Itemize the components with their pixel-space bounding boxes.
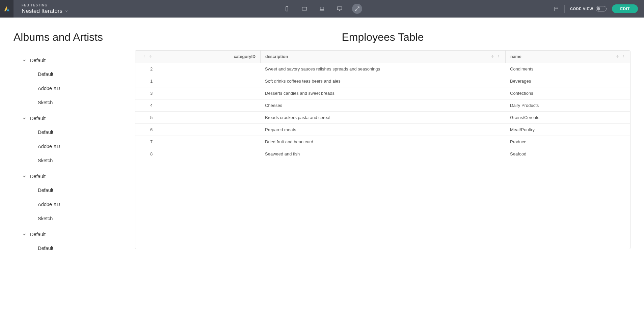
cell-description: Seaweed and fish [260,148,505,160]
cell-name: Grains/Cereals [505,112,630,123]
device-tablet-landscape-button[interactable] [299,4,310,14]
kebab-icon[interactable] [497,55,501,59]
arrow-up-icon[interactable] [148,55,152,59]
chevron-down-icon [22,58,27,63]
column-label-categoryid: categoryID [152,54,256,59]
table-row[interactable]: 1Soft drinks coffees teas beers and ales… [135,75,630,87]
tree-child[interactable]: Default [14,241,125,255]
left-pane: Albums and Artists DefaultDefaultAdobe X… [0,18,132,317]
title-area: FEB TESTING Nested Iterators [14,1,69,17]
column-header-name[interactable]: name [505,51,630,63]
table-row[interactable]: 8Seaweed and fishSeafood [135,148,630,160]
svg-point-20 [623,56,623,57]
column-header-description[interactable]: description [260,51,505,63]
tree-child[interactable]: Default [14,67,125,81]
logo[interactable] [0,0,14,18]
kebab-icon[interactable] [621,55,625,59]
tree-child[interactable]: Sketch [14,153,125,168]
cell-description: Desserts candies and sweet breads [260,87,505,99]
svg-rect-5 [337,7,342,10]
tree-child[interactable]: Default [14,183,125,197]
column-label-description: description [265,54,488,59]
tree-child[interactable]: Default [14,125,125,139]
edit-button[interactable]: EDIT [612,4,638,13]
table-row[interactable]: 6Prepared meatsMeat/Poultry [135,124,630,136]
separator [564,5,565,13]
tablet-landscape-icon [301,6,307,12]
svg-line-9 [355,9,357,11]
cell-categoryid: 6 [135,124,260,136]
cell-description: Breads crackers pasta and cereal [260,112,505,123]
main-canvas: Albums and Artists DefaultDefaultAdobe X… [0,18,644,317]
tree-child[interactable]: Adobe XD [14,81,125,95]
table-row[interactable]: 3Desserts candies and sweet breadsConfec… [135,87,630,99]
table-row[interactable]: 5Breads crackers pasta and cerealGrains/… [135,112,630,124]
device-switcher [282,4,362,14]
tree-parent[interactable]: Default [14,54,125,67]
tree-parent[interactable]: Default [14,112,125,125]
code-view-toggle[interactable]: CODE VIEW [570,6,607,11]
svg-point-19 [623,55,623,56]
tree-parent[interactable]: Default [14,228,125,241]
left-heading: Albums and Artists [14,31,125,44]
device-phone-button[interactable] [282,4,292,14]
arrow-up-icon[interactable] [615,55,619,59]
tree-parent-label: Default [30,116,46,121]
cell-categoryid: 7 [135,136,260,148]
flag-icon [554,6,559,11]
table-row[interactable]: 2Sweet and savory sauces relishes spread… [135,63,630,75]
tree-child[interactable]: Adobe XD [14,197,125,211]
device-fullscreen-button[interactable] [352,4,362,14]
svg-point-11 [144,56,144,57]
phone-icon [284,6,290,12]
svg-point-12 [144,58,144,58]
cell-categoryid: 1 [135,75,260,87]
svg-point-10 [144,55,144,56]
device-laptop-button[interactable] [317,4,327,14]
expand-icon [354,6,360,12]
cell-categoryid: 5 [135,112,260,123]
flag-button[interactable] [554,6,559,11]
table-row[interactable]: 4CheesesDairy Products [135,99,630,112]
svg-rect-2 [302,7,307,10]
cell-description: Sweet and savory sauces relishes spreads… [260,63,505,75]
chevron-down-icon [22,116,27,121]
topbar-right: CODE VIEW EDIT [554,4,644,13]
cell-categoryid: 2 [135,63,260,75]
svg-rect-3 [320,7,324,10]
code-view-label: CODE VIEW [570,7,593,11]
right-pane: Employees Table categoryID description n… [132,18,644,317]
cell-description: Dried fruit and bean curd [260,136,505,148]
right-heading: Employees Table [135,31,630,44]
svg-point-17 [498,58,499,58]
kebab-icon[interactable] [142,55,146,59]
cell-name: Seafood [505,148,630,160]
chevron-down-icon [22,232,27,237]
cell-name: Confections [505,87,630,99]
table-row[interactable]: 7Dried fruit and bean curdProduce [135,136,630,148]
page-title: Nested Iterators [22,8,62,15]
tree-parent-label: Default [30,58,46,63]
laptop-icon [319,6,325,12]
column-header-categoryid[interactable]: categoryID [135,51,260,63]
tree-child[interactable]: Adobe XD [14,139,125,153]
table-body: 2Sweet and savory sauces relishes spread… [135,63,630,160]
chevron-down-icon [64,9,69,13]
chevron-down-icon [22,174,27,179]
svg-line-8 [357,7,359,8]
arrow-up-icon[interactable] [490,55,494,59]
svg-point-16 [498,56,499,57]
cell-name: Dairy Products [505,99,630,111]
cell-name: Produce [505,136,630,148]
cell-description: Prepared meats [260,124,505,136]
cell-name: Meat/Poultry [505,124,630,136]
workspace-label: FEB TESTING [22,3,69,7]
tree-child[interactable]: Sketch [14,211,125,226]
page-title-dropdown[interactable]: Nested Iterators [22,8,69,15]
cell-categoryid: 3 [135,87,260,99]
tree-child[interactable]: Sketch [14,95,125,110]
tree-parent[interactable]: Default [14,170,125,183]
topbar: FEB TESTING Nested Iterators CODE VIEW [0,0,644,18]
device-desktop-button[interactable] [334,4,345,14]
column-label-name: name [510,54,613,59]
